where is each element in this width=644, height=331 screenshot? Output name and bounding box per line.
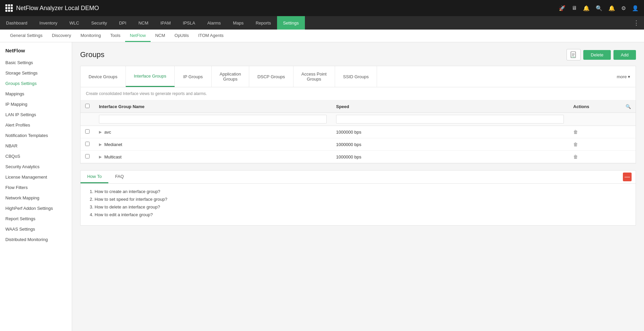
- tab-interface-groups[interactable]: Interface Groups: [126, 66, 175, 87]
- alert-icon[interactable]: 🔔: [608, 5, 615, 11]
- delete-button[interactable]: Delete: [583, 50, 611, 60]
- subnav-itom-agents[interactable]: ITOM Agents: [194, 30, 228, 42]
- sidebar-item-distributed-monitoring[interactable]: Distributed Monitoring: [0, 234, 72, 245]
- page-header-actions: CSV Delete Add: [567, 49, 636, 60]
- howto-collapse-button[interactable]: —: [623, 173, 632, 181]
- sidebar-item-mappings[interactable]: Mappings: [0, 89, 72, 99]
- table-row: ▶ avc 1000000 bps 🗑: [80, 126, 636, 138]
- sidebar-item-basic-settings[interactable]: Basic Settings: [0, 57, 72, 68]
- svg-text:CSV: CSV: [572, 56, 575, 58]
- tab-ip-groups[interactable]: IP Groups: [175, 66, 212, 87]
- nav-security[interactable]: Security: [85, 16, 113, 30]
- nav-dpi[interactable]: DPI: [113, 16, 132, 30]
- top-bar: NetFlow Analyzer Local DEMO 🚀 🖥 🔔 🔍 🔔 ⚙ …: [0, 0, 644, 16]
- tab-access-point-groups[interactable]: Access PointGroups: [293, 66, 335, 87]
- delete-row-icon-1[interactable]: 🗑: [573, 129, 578, 135]
- tab-ssid-groups[interactable]: SSID Groups: [335, 66, 377, 87]
- row-checkbox-1[interactable]: [85, 129, 90, 134]
- subnav-netflow[interactable]: NetFlow: [125, 30, 151, 42]
- page-header: Groups CSV Delete Add: [80, 49, 636, 60]
- export-csv-button[interactable]: CSV: [567, 49, 581, 60]
- howto-item-1: How to create an interface group?: [95, 189, 628, 194]
- row-name-cell-3: ▶ Multicast: [94, 151, 331, 163]
- nav-settings[interactable]: Settings: [277, 16, 305, 30]
- sidebar-item-notification-templates[interactable]: Notification Templates: [0, 130, 72, 141]
- nav-ipsla[interactable]: IPSLA: [177, 16, 201, 30]
- sidebar-item-security-analytics[interactable]: Security Analytics: [0, 161, 72, 172]
- subnav-oputils[interactable]: OpUtils: [170, 30, 194, 42]
- sidebar-item-groups-settings[interactable]: Groups Settings: [0, 78, 72, 89]
- subnav-monitoring[interactable]: Monitoring: [76, 30, 106, 42]
- tab-device-groups[interactable]: Device Groups: [80, 66, 126, 87]
- table-filter-row: [80, 113, 636, 126]
- sidebar-item-license-management[interactable]: License Management: [0, 172, 72, 182]
- subnav-discovery[interactable]: Discovery: [47, 30, 76, 42]
- page-title: Groups: [80, 50, 567, 59]
- row-checkbox-2[interactable]: [85, 142, 90, 146]
- howto-item-3: How to delete an interface group?: [95, 204, 628, 209]
- sidebar: NetFlow Basic Settings Storage Settings …: [0, 42, 72, 331]
- sidebar-item-ip-mapping[interactable]: IP Mapping: [0, 99, 72, 109]
- interface-groups-table: Interface Group Name Speed Actions 🔍: [80, 100, 636, 163]
- sidebar-item-waas-settings[interactable]: WAAS Settings: [0, 224, 72, 234]
- top-bar-actions: 🚀 🖥 🔔 🔍 🔔 ⚙ 👤: [559, 5, 639, 11]
- sidebar-item-storage-settings[interactable]: Storage Settings: [0, 68, 72, 78]
- add-button[interactable]: Add: [613, 50, 636, 60]
- sidebar-item-highperf-addon[interactable]: HighPerf Addon Settings: [0, 203, 72, 214]
- subnav-ncm[interactable]: NCM: [151, 30, 170, 42]
- expand-arrow-1[interactable]: ▶: [99, 130, 102, 134]
- content-panel: Create consolidated Interface views to g…: [80, 87, 636, 163]
- expand-arrow-2[interactable]: ▶: [99, 142, 102, 147]
- subnav-tools[interactable]: Tools: [106, 30, 125, 42]
- howto-tab-howto[interactable]: How To: [80, 171, 108, 183]
- tab-dscp-groups[interactable]: DSCP Groups: [249, 66, 293, 87]
- filter-name-input[interactable]: [99, 115, 327, 124]
- sidebar-item-alert-profiles[interactable]: Alert Profiles: [0, 120, 72, 130]
- nav-alarms[interactable]: Alarms: [201, 16, 227, 30]
- col-actions-header: Actions 🔍: [569, 100, 636, 113]
- sidebar-item-network-mapping[interactable]: Network Mapping: [0, 193, 72, 203]
- user-icon[interactable]: 👤: [632, 5, 639, 11]
- search-icon[interactable]: 🔍: [596, 5, 602, 11]
- nav-ncm[interactable]: NCM: [132, 16, 155, 30]
- row-actions-1: 🗑: [569, 126, 636, 138]
- tab-application-groups[interactable]: ApplicationGroups: [212, 66, 250, 87]
- nav-inventory[interactable]: Inventory: [34, 16, 63, 30]
- sidebar-item-cbqos[interactable]: CBQoS: [0, 151, 72, 161]
- nav-reports[interactable]: Reports: [250, 16, 277, 30]
- gear-icon[interactable]: ⚙: [621, 5, 626, 11]
- table-search-icon[interactable]: 🔍: [626, 104, 631, 109]
- subnav-general-settings[interactable]: General Settings: [5, 30, 47, 42]
- delete-row-icon-3[interactable]: 🗑: [573, 154, 578, 159]
- row-checkbox-3[interactable]: [85, 154, 90, 158]
- howto-item-2: How to set speed for interface group?: [95, 197, 628, 202]
- monitor-icon[interactable]: 🖥: [572, 5, 577, 11]
- csv-icon: CSV: [570, 51, 577, 58]
- select-all-checkbox[interactable]: [85, 104, 90, 108]
- sidebar-item-report-settings[interactable]: Report Settings: [0, 214, 72, 224]
- table-header-row: Interface Group Name Speed Actions 🔍: [80, 100, 636, 113]
- sidebar-item-lan-ip-settings[interactable]: LAN IP Settings: [0, 109, 72, 120]
- col-name-header: Interface Group Name: [94, 100, 331, 113]
- row-name-cell-1: ▶ avc: [94, 126, 331, 138]
- expand-arrow-3[interactable]: ▶: [99, 155, 102, 159]
- select-all-header: [80, 100, 94, 113]
- row-name-cell-2: ▶ Medianet: [94, 138, 331, 151]
- delete-row-icon-2[interactable]: 🗑: [573, 142, 578, 147]
- nav-ipam[interactable]: IPAM: [154, 16, 177, 30]
- howto-tabs: How To FAQ —: [80, 171, 636, 184]
- row-name-1: avc: [104, 130, 111, 135]
- sidebar-item-nbar[interactable]: NBAR: [0, 141, 72, 151]
- howto-tab-faq[interactable]: FAQ: [108, 171, 130, 183]
- row-checkbox-cell-1: [80, 126, 94, 138]
- tab-more[interactable]: more ▾: [611, 66, 636, 87]
- nav-wlc[interactable]: WLC: [63, 16, 85, 30]
- rocket-icon[interactable]: 🚀: [559, 5, 566, 11]
- sidebar-item-flow-filters[interactable]: Flow Filters: [0, 182, 72, 193]
- nav-more[interactable]: ⋮: [629, 16, 644, 30]
- grid-icon[interactable]: [5, 4, 13, 12]
- nav-dashboard[interactable]: Dashboard: [0, 16, 34, 30]
- bell-icon[interactable]: 🔔: [583, 5, 590, 11]
- filter-speed-input[interactable]: [336, 115, 564, 124]
- nav-maps[interactable]: Maps: [227, 16, 250, 30]
